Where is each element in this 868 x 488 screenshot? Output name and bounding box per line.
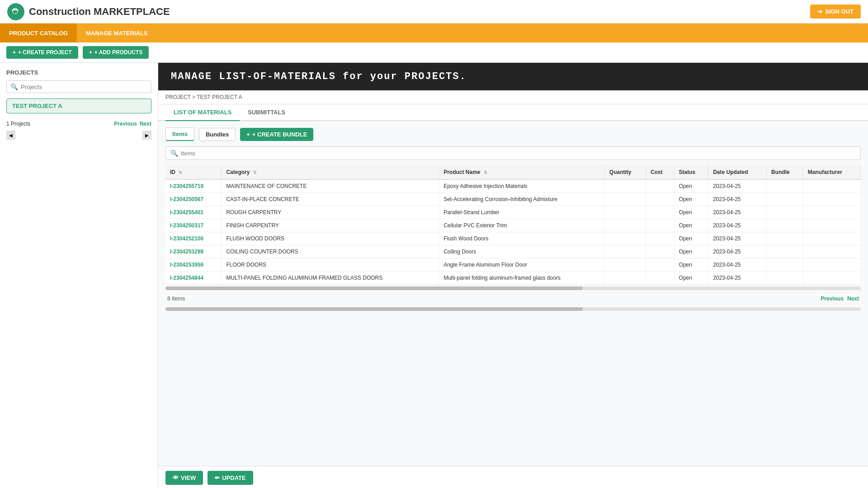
- nav-manage-materials[interactable]: MANAGE MATERIALS: [77, 23, 156, 42]
- table-row[interactable]: I-2304254844 MULTI-PANEL FOLDING ALUMINU…: [165, 272, 861, 285]
- items-search-box: 🔍: [165, 146, 861, 160]
- cell-cost: [646, 179, 674, 193]
- filter-items-button[interactable]: Items: [165, 127, 194, 141]
- cell-bundle: [767, 245, 803, 258]
- table-row[interactable]: I-2304255719 MAINTENANCE OF CONCRETE Epo…: [165, 179, 861, 193]
- cell-product-name: Set-Accelerating Corrosion-Inhibiting Ad…: [439, 193, 605, 206]
- cell-id: I-2304252100: [165, 232, 222, 245]
- col-id: ID ⇅: [165, 165, 222, 179]
- cell-bundle: [767, 179, 803, 193]
- header: ⛑ Construction MARKETPLACE ➜ SIGN OUT: [0, 0, 868, 23]
- table-row[interactable]: I-2304253298 COILING COUNTER DOORS Coili…: [165, 245, 861, 258]
- cell-id: I-2304250567: [165, 193, 222, 206]
- id-link[interactable]: I-2304252100: [170, 235, 203, 242]
- horizontal-scrollbar[interactable]: [165, 286, 861, 290]
- cell-product-name: Cellular PVC Exterior Trim: [439, 219, 605, 232]
- action-bar: + + CREATE PROJECT + + ADD PRODUCTS: [0, 42, 868, 63]
- horizontal-scrollbar-2[interactable]: [165, 307, 861, 311]
- cell-bundle: [767, 272, 803, 285]
- nav-product-catalog[interactable]: PRODUCT CATALOG: [0, 23, 77, 42]
- table-row[interactable]: I-2304253956 FLOOR DOORS Angle Frame Alu…: [165, 258, 861, 272]
- main-layout: PROJECTS 🔍 TEST PROJECT A 1 Projects Pre…: [0, 63, 868, 488]
- cell-quantity: [604, 272, 646, 285]
- breadcrumb: PROJECT > TEST PROJECT A: [158, 90, 868, 104]
- cell-cost: [646, 206, 674, 219]
- tab-list-of-materials[interactable]: LIST OF MATERIALS: [165, 104, 240, 121]
- cell-cost: [646, 272, 674, 285]
- filter-bundles-button[interactable]: Bundles: [199, 128, 236, 141]
- table-row[interactable]: I-2304250567 CAST-IN-PLACE CONCRETE Set-…: [165, 193, 861, 206]
- cell-date-updated: 2023-04-25: [708, 219, 767, 232]
- cell-status: Open: [674, 193, 708, 206]
- cell-quantity: [604, 193, 646, 206]
- id-link[interactable]: I-2304255401: [170, 209, 203, 216]
- cell-date-updated: 2023-04-25: [708, 245, 767, 258]
- projects-search-box: 🔍: [6, 80, 151, 93]
- items-table: ID ⇅ Category ⇅ Product Name ⇅ Quantity …: [165, 165, 861, 285]
- sidebar-previous-button[interactable]: Previous: [114, 121, 137, 127]
- items-search-input[interactable]: [181, 150, 856, 157]
- cell-category: FLOOR DOORS: [222, 258, 439, 272]
- id-link[interactable]: I-2304253298: [170, 249, 203, 255]
- projects-search-input[interactable]: [21, 84, 147, 90]
- id-link[interactable]: I-2304253956: [170, 262, 203, 268]
- pencil-icon: ✏: [215, 474, 220, 481]
- site-title: Construction MARKETPLACE: [29, 6, 170, 18]
- create-bundle-button[interactable]: + + CREATE BUNDLE: [240, 128, 313, 141]
- cell-cost: [646, 245, 674, 258]
- sidebar-title: PROJECTS: [6, 69, 151, 76]
- id-link[interactable]: I-2304250567: [170, 196, 203, 202]
- cell-product-name: Epoxy Adhesive Injection Materials: [439, 179, 605, 193]
- cell-category: CAST-IN-PLACE CONCRETE: [222, 193, 439, 206]
- table-previous-button[interactable]: Previous: [821, 296, 844, 302]
- tab-submittals[interactable]: SUBMITTALS: [240, 104, 293, 121]
- item-count: 8 Items: [167, 296, 185, 302]
- col-category: Category ⇅: [222, 165, 439, 179]
- project-item[interactable]: TEST PROJECT A: [6, 99, 151, 113]
- sign-out-button[interactable]: ➜ SIGN OUT: [810, 5, 861, 19]
- cell-date-updated: 2023-04-25: [708, 179, 767, 193]
- cell-category: COILING COUNTER DOORS: [222, 245, 439, 258]
- cell-quantity: [604, 179, 646, 193]
- id-link[interactable]: I-2304255719: [170, 183, 203, 189]
- update-button[interactable]: ✏ UPDATE: [208, 471, 253, 485]
- table-row[interactable]: I-2304252100 FLUSH WOOD DOORS Flush Wood…: [165, 232, 861, 245]
- cell-manufacturer: [803, 232, 860, 245]
- cell-manufacturer: [803, 258, 860, 272]
- items-search-icon: 🔍: [170, 150, 178, 157]
- cell-quantity: [604, 245, 646, 258]
- logo-area: ⛑ Construction MARKETPLACE: [7, 3, 170, 20]
- cell-category: MAINTENANCE OF CONCRETE: [222, 179, 439, 193]
- scroll-right-arrow[interactable]: ▶: [142, 131, 151, 140]
- hard-hat-icon: ⛑: [12, 7, 20, 16]
- table-body: I-2304255719 MAINTENANCE OF CONCRETE Epo…: [165, 179, 861, 285]
- cell-quantity: [604, 206, 646, 219]
- view-button[interactable]: 👁 VIEW: [165, 471, 203, 485]
- logo-icon: ⛑: [7, 3, 24, 20]
- col-cost: Cost: [646, 165, 674, 179]
- sidebar-next-button[interactable]: Next: [140, 121, 151, 127]
- cell-manufacturer: [803, 272, 860, 285]
- cell-category: MULTI-PANEL FOLDING ALUMINUM-FRAMED GLAS…: [222, 272, 439, 285]
- cell-status: Open: [674, 179, 708, 193]
- cell-status: Open: [674, 219, 708, 232]
- table-row[interactable]: I-2304255401 ROUGH CARPENTRY Parallel-St…: [165, 206, 861, 219]
- id-link[interactable]: I-2304250317: [170, 222, 203, 229]
- id-link[interactable]: I-2304254844: [170, 275, 203, 281]
- cell-cost: [646, 193, 674, 206]
- cell-quantity: [604, 258, 646, 272]
- cell-bundle: [767, 193, 803, 206]
- add-products-button[interactable]: + + ADD PRODUCTS: [83, 46, 149, 59]
- table-next-button[interactable]: Next: [847, 296, 859, 302]
- cell-manufacturer: [803, 179, 860, 193]
- cell-date-updated: 2023-04-25: [708, 206, 767, 219]
- cell-product-name: Coiling Doors: [439, 245, 605, 258]
- table-row[interactable]: I-2304250317 FINISH CARPENTRY Cellular P…: [165, 219, 861, 232]
- cell-bundle: [767, 219, 803, 232]
- col-date-updated: Date Updated: [708, 165, 767, 179]
- col-bundle: Bundle: [767, 165, 803, 179]
- cell-status: Open: [674, 232, 708, 245]
- scroll-left-arrow[interactable]: ◀: [6, 131, 15, 140]
- create-project-button[interactable]: + + CREATE PROJECT: [6, 46, 78, 59]
- cell-id: I-2304253956: [165, 258, 222, 272]
